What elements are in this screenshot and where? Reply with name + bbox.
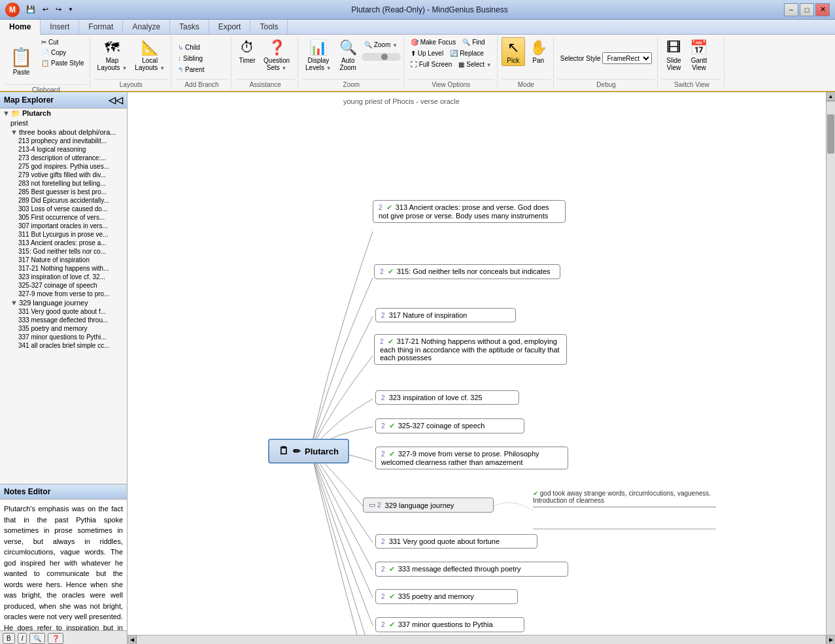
make-focus-button[interactable]: 🎯 Make Focus	[408, 37, 458, 47]
node-313-num: 2	[379, 204, 383, 211]
tree-item-305[interactable]: 305 First occurrence of vers...	[0, 213, 127, 222]
scroll-track[interactable]	[826, 101, 835, 637]
tree-item-303[interactable]: 303 Loss of verse caused do...	[0, 205, 127, 213]
pick-button[interactable]: ↖ Pick	[502, 37, 525, 66]
tab-tasks[interactable]: Tasks	[170, 20, 209, 34]
close-button[interactable]: ✕	[815, 3, 830, 16]
paste-style-button[interactable]: 📋 Paste Style	[39, 58, 87, 68]
copy-button[interactable]: 📄 Copy	[39, 48, 87, 58]
notes-editor-content[interactable]: Plutarch's emphasis was on the fact that…	[0, 500, 127, 630]
zoom-slider[interactable]	[362, 53, 401, 61]
tree-item-three-books[interactable]: ▼three books about delphi/ora...	[0, 127, 127, 137]
tab-home[interactable]: Home	[0, 20, 41, 35]
scroll-left-btn[interactable]: ◀	[128, 636, 137, 645]
notes-btn-3[interactable]: 🔍	[29, 633, 45, 644]
map-layouts-button[interactable]: 🗺 MapLayouts ▼	[94, 37, 131, 73]
node-337[interactable]: 2 ✔ 337 minor questions to Pythia	[375, 617, 524, 632]
zoom-button[interactable]: 🔍 Zoom ▼	[362, 40, 401, 50]
tree-item-323[interactable]: 323 inspiration of love cf. 32...	[0, 273, 127, 281]
node-335[interactable]: 2 ✔ 335 poetry and memory	[375, 589, 518, 604]
tree-item-275[interactable]: 275 god inspires. Pythia uses...	[0, 162, 127, 171]
minimize-button[interactable]: −	[784, 3, 798, 16]
scrollbar-vertical[interactable]: ▲ ▼	[826, 92, 835, 644]
tree-item-273[interactable]: 273 description of utterance:...	[0, 154, 127, 162]
up-level-button[interactable]: ⬆ Up Level	[408, 48, 446, 58]
tree-item-341[interactable]: 341 all oracles brief simple cc...	[0, 341, 127, 350]
replace-button[interactable]: 🔄 Replace	[447, 48, 486, 58]
tree-item-289[interactable]: 289 Did Epicurus accidentally...	[0, 196, 127, 205]
node-327[interactable]: 2 ✔ 327-9 move from verse to prose. Phil…	[375, 447, 568, 469]
scroll-up-btn[interactable]: ▲	[826, 92, 835, 101]
tree-item-311[interactable]: 311 But Lycurgus in prose ve...	[0, 230, 127, 239]
node-333[interactable]: 2 ✔ 333 message deflected through poetry	[375, 562, 568, 577]
tab-export[interactable]: Export	[209, 20, 251, 34]
local-layouts-button[interactable]: 📐 LocalLayouts ▼	[131, 37, 168, 73]
node-331[interactable]: 2 331 Very good quote about fortune	[375, 534, 537, 549]
central-node[interactable]: 🗒 ✏ Plutarch	[268, 439, 349, 464]
tab-tools[interactable]: Tools	[250, 20, 288, 34]
sidebar-collapse-btn[interactable]: ◁◁	[109, 95, 123, 105]
tree-item-279[interactable]: 279 votive gifts filled with div...	[0, 171, 127, 179]
gantt-view-button[interactable]: 📅 GanttView	[687, 37, 711, 73]
question-sets-label: QuestionSets ▼	[264, 57, 290, 71]
tree-item-335[interactable]: 335 poetry and memory	[0, 324, 127, 333]
tab-insert[interactable]: Insert	[41, 20, 79, 34]
selector-style-select[interactable]: FrameRect	[602, 52, 652, 64]
timer-button[interactable]: ⏱ Timer	[235, 37, 259, 66]
qat-save[interactable]: 💾	[24, 4, 38, 15]
node-315[interactable]: 2 ✔ 315: God neither tells nor conceals …	[374, 264, 560, 279]
tree-item-307[interactable]: 307 important oracles in vers...	[0, 222, 127, 230]
tree-item-337[interactable]: 337 minor questions to Pythi...	[0, 333, 127, 341]
auto-zoom-button[interactable]: 🔍 AutoZoom	[336, 37, 360, 73]
scroll-right-btn[interactable]: ▶	[826, 636, 835, 645]
tree-item-285[interactable]: 285 Best guesser is best pro...	[0, 188, 127, 196]
tree-item-327-9[interactable]: 327-9 move from verse to pro...	[0, 290, 127, 298]
zoom-thumb[interactable]	[381, 54, 388, 60]
tree-item-213[interactable]: 213 prophecy and inevitabilit...	[0, 137, 127, 145]
tree-item-priest[interactable]: priest	[0, 118, 127, 127]
node-323[interactable]: 2 323 inspiration of love cf. 325	[375, 390, 519, 405]
parent-button[interactable]: ↰ Parent	[175, 65, 207, 75]
scrollbar-horizontal[interactable]: ◀ ▶	[128, 635, 835, 644]
notes-btn-2[interactable]: I	[18, 633, 27, 644]
node-317-21-text: 317-21 Nothing happens without a god, em…	[380, 337, 560, 362]
display-levels-button[interactable]: 📊 DisplayLevels ▼	[302, 37, 335, 73]
child-button[interactable]: ↳ Child	[175, 42, 203, 52]
node-325[interactable]: 2 ✔ 325-327 coinage of speech	[375, 418, 524, 433]
tree-item-213-4[interactable]: 213-4 logical reasoning	[0, 145, 127, 154]
tree-item-325-327[interactable]: 325-327 coinage of speech	[0, 281, 127, 290]
question-sets-button[interactable]: ❓ QuestionSets ▼	[260, 37, 293, 73]
select-editing-button[interactable]: ▦ Select ▼	[456, 59, 494, 69]
notes-btn-1[interactable]: B	[3, 633, 15, 644]
qat-undo[interactable]: ↩	[40, 4, 51, 15]
scroll-thumb[interactable]	[827, 114, 834, 154]
node-313[interactable]: 2 ✔ 313 Ancient oracles: prose and verse…	[373, 200, 566, 223]
node-329[interactable]: ▭ 2 329 language journey	[363, 498, 494, 513]
tree-item-283[interactable]: 283 not foretelling but telling...	[0, 179, 127, 188]
cut-button[interactable]: ✂ Cut	[39, 37, 87, 47]
tree-item-329[interactable]: ▼329 language journey	[0, 298, 127, 307]
tree-item-317-21[interactable]: 317-21 Nothing happens with...	[0, 264, 127, 273]
full-screen-button[interactable]: ⛶ Full Screen	[408, 59, 455, 69]
maximize-button[interactable]: □	[800, 3, 814, 16]
tree-item-313[interactable]: 313 Ancient oracles: prose a...	[0, 239, 127, 247]
pan-button[interactable]: ✋ Pan	[526, 37, 551, 66]
tree-item-333[interactable]: 333 message deflected throu...	[0, 316, 127, 324]
tab-format[interactable]: Format	[79, 20, 123, 34]
node-317-21[interactable]: 2 ✔ 317-21 Nothing happens without a god…	[374, 334, 567, 365]
sidebar-tree[interactable]: ▼📁 Plutarch priest ▼three books about de…	[0, 109, 127, 484]
qat-redo[interactable]: ↪	[53, 4, 64, 15]
tree-item-plutarch[interactable]: ▼📁 Plutarch	[0, 109, 127, 118]
paste-button[interactable]: 📋 Paste	[5, 37, 37, 84]
tree-item-315[interactable]: 315: God neither tells nor co...	[0, 247, 127, 256]
find-button[interactable]: 🔍 Find	[460, 37, 487, 47]
sibling-button[interactable]: ↕ Sibling	[175, 54, 205, 63]
tree-item-317[interactable]: 317 Nature of inspiration	[0, 256, 127, 264]
canvas-area[interactable]: 🗒 ✏ Plutarch 2 ✔ 313 Ancient oracles: pr…	[128, 92, 835, 644]
node-317[interactable]: 2 317 Nature of inspiration	[375, 308, 516, 322]
slide-view-button[interactable]: 🎞 SlideView	[662, 37, 685, 73]
tree-item-331[interactable]: 331 Very good quote about f...	[0, 307, 127, 316]
tab-analyze[interactable]: Analyze	[123, 20, 170, 34]
qat-dropdown[interactable]: ▼	[66, 5, 75, 14]
notes-btn-4[interactable]: ❓	[48, 633, 63, 644]
